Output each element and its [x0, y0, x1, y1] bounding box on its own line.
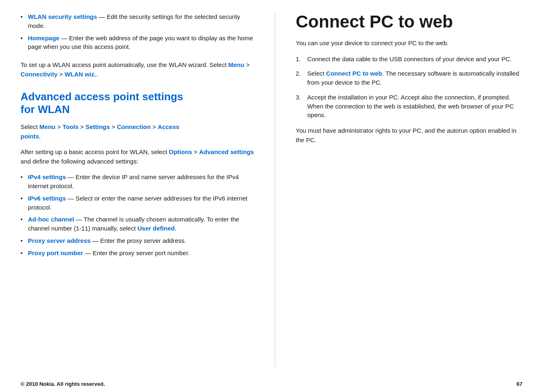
proxy-port-link[interactable]: Proxy port number — [28, 249, 83, 256]
select-tools-link[interactable]: Tools — [62, 123, 78, 130]
section-heading-line2: for WLAN — [21, 103, 70, 115]
wlan-wizard-menu-link[interactable]: Menu — [228, 61, 244, 68]
step3-text: Accept the installation in your PC. Acce… — [307, 93, 527, 120]
footer: © 2010 Nokia. All rights reserved. 67 — [0, 376, 543, 392]
after-setup-prefix: After setting up a basic access point fo… — [21, 148, 169, 155]
adhoc-link[interactable]: Ad-hoc channel — [28, 216, 74, 223]
list-item: Proxy port number — Enter the proxy serv… — [21, 249, 258, 258]
connect-pc-web-link[interactable]: Connect PC to web — [326, 70, 382, 77]
after-setup-paragraph: After setting up a basic access point fo… — [21, 148, 258, 166]
select-connection-link[interactable]: Connection — [117, 123, 151, 130]
after-setup-gt: > — [192, 148, 199, 155]
after-setup-suffix: and define the following advanced settin… — [21, 158, 138, 165]
wlan-wizard-connectivity-link[interactable]: Connectivity — [21, 71, 58, 78]
after-setup-options-link[interactable]: Options — [169, 148, 192, 155]
list-item: Ad-hoc channel — The channel is usually … — [21, 215, 258, 233]
page-container: WLAN security settings — Edit the securi… — [0, 0, 543, 392]
select-gt1: > — [55, 123, 62, 130]
list-item: IPv6 settings — Select or enter the name… — [21, 194, 258, 212]
advanced-bullet-list: IPv4 settings — Enter the device IP and … — [21, 173, 258, 257]
content-area: WLAN security settings — Edit the securi… — [0, 0, 543, 376]
list-item: Select Connect PC to web. The necessary … — [296, 69, 527, 87]
wlan-wizard-gt1: > — [244, 61, 250, 68]
connect-heading: Connect PC to web — [296, 12, 527, 31]
steps-list: Connect the data cable to the USB connec… — [296, 55, 527, 120]
select-gt4: > — [151, 123, 158, 130]
select-prefix: Select — [21, 123, 39, 130]
select-end: . — [39, 133, 41, 140]
top-bullets: WLAN security settings — Edit the securi… — [21, 12, 258, 51]
step1-text: Connect the data cable to the USB connec… — [307, 55, 527, 64]
adhoc-end: . — [175, 225, 176, 232]
footer-copyright: © 2010 Nokia. All rights reserved. — [21, 381, 105, 387]
right-column: Connect PC to web You can use your devic… — [275, 12, 527, 368]
select-gt2: > — [78, 123, 85, 130]
connect-intro: You can use your device to connect your … — [296, 39, 527, 48]
wlan-security-link[interactable]: WLAN security settings — [28, 13, 97, 20]
step2-prefix: Select — [307, 70, 326, 77]
top-bullet-list: WLAN security settings — Edit the securi… — [21, 12, 258, 51]
wlan-wizard-prefix: To set up a WLAN access point automatica… — [21, 61, 228, 68]
section-heading: Advanced access point settings for WLAN — [21, 90, 258, 116]
list-item: Connect the data cable to the USB connec… — [296, 55, 527, 64]
section-heading-line1: Advanced access point settings — [21, 90, 183, 103]
list-item: Proxy server address — Enter the proxy s… — [21, 236, 258, 245]
list-item: WLAN security settings — Edit the securi… — [21, 12, 258, 30]
select-menu-link[interactable]: Menu — [39, 123, 55, 130]
wlan-wizard-gt2: > — [58, 71, 64, 78]
wlan-wizard-wiz-link[interactable]: WLAN wiz. — [64, 71, 96, 78]
proxy-server-link[interactable]: Proxy server address — [28, 237, 91, 244]
proxy-server-text: — Enter the proxy server address. — [91, 237, 186, 244]
select-settings-link[interactable]: Settings — [85, 123, 110, 130]
list-item: Accept the installation in your PC. Acce… — [296, 93, 527, 120]
user-defined-link[interactable]: User defined — [138, 225, 175, 232]
select-points-link[interactable]: points — [21, 133, 39, 140]
homepage-link[interactable]: Homepage — [28, 35, 60, 42]
must-have-text: You must have administrator rights to yo… — [296, 126, 527, 145]
list-item: Homepage — Enter the web address of the … — [21, 34, 258, 52]
left-column: WLAN security settings — Edit the securi… — [21, 12, 275, 368]
ipv4-link[interactable]: IPv4 settings — [28, 173, 66, 180]
wlan-wizard-end: . — [96, 71, 98, 78]
select-line: Select Menu > Tools > Settings > Connect… — [21, 122, 258, 141]
list-item: IPv4 settings — Enter the device IP and … — [21, 173, 258, 191]
select-access-link[interactable]: Access — [158, 123, 179, 130]
wlan-wizard-paragraph: To set up a WLAN access point automatica… — [21, 60, 258, 79]
ipv6-link[interactable]: IPv6 settings — [28, 195, 66, 202]
proxy-port-text: — Enter the proxy server port number. — [83, 249, 189, 256]
homepage-text: — Enter the web address of the page you … — [28, 35, 253, 51]
after-setup-advanced-link[interactable]: Advanced settings — [199, 148, 254, 155]
step2-content: Select Connect PC to web. The necessary … — [307, 69, 527, 87]
select-gt3: > — [110, 123, 117, 130]
footer-page-number: 67 — [517, 381, 522, 387]
